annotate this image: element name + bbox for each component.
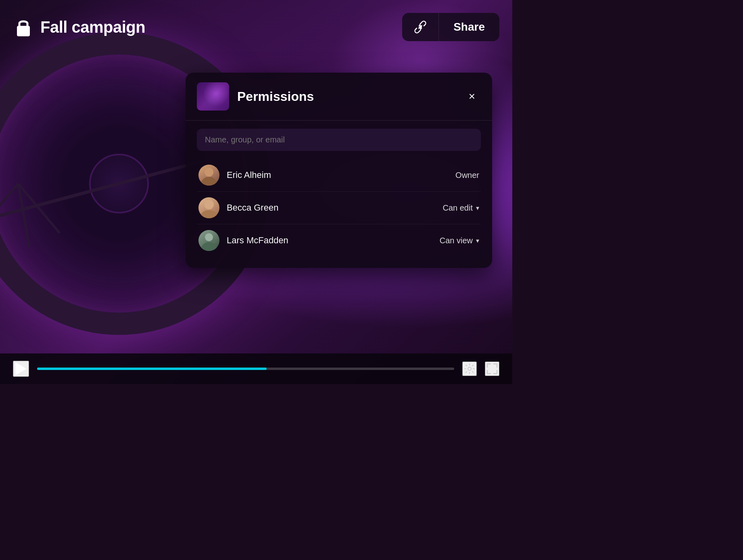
user-name-eric: Eric Alheim [227,170,455,180]
chevron-down-icon: ▾ [476,237,479,244]
title-section: Fall campaign [13,17,145,38]
lock-icon [13,17,34,38]
user-role-becca-dropdown[interactable]: Can edit ▾ [443,203,480,213]
permissions-dialog: Permissions × Eric Alheim Owner Becca Gr… [186,73,492,268]
user-role-lars-dropdown[interactable]: Can view ▾ [440,236,479,245]
fullscreen-button[interactable] [485,361,499,376]
svg-rect-0 [17,26,30,36]
dialog-title: Permissions [237,89,455,104]
spoke-2 [0,183,19,234]
share-button[interactable]: Share [439,13,499,41]
table-row: Eric Alheim Owner [197,159,481,192]
avatar-lars [198,230,219,251]
svg-point-2 [468,367,471,370]
search-input-wrapper[interactable] [197,129,481,151]
avatar-eric [198,165,219,186]
progress-bar[interactable] [37,368,454,370]
user-name-lars: Lars McFadden [227,235,440,246]
spoke-1 [17,183,31,247]
dialog-header: Permissions × [186,73,492,121]
settings-button[interactable] [462,361,477,376]
link-button[interactable] [402,13,439,41]
player-bar [0,353,512,384]
progress-fill [37,368,267,370]
table-row: Becca Green Can edit ▾ [197,192,481,224]
play-button[interactable] [13,361,29,377]
dialog-body: Eric Alheim Owner Becca Green Can edit ▾… [186,121,492,268]
dialog-thumbnail [197,82,229,111]
chevron-down-icon: ▾ [476,204,479,212]
user-role-eric: Owner [455,171,479,180]
top-bar: Fall campaign Share [13,13,499,41]
close-button[interactable]: × [463,88,481,105]
user-name-becca: Becca Green [227,203,443,213]
table-row: Lars McFadden Can view ▾ [197,224,481,257]
page-title: Fall campaign [40,18,145,36]
spoke-3 [17,183,61,234]
avatar-becca [198,197,219,218]
user-list: Eric Alheim Owner Becca Green Can edit ▾… [197,159,481,257]
top-actions: Share [402,13,499,41]
svg-marker-1 [15,362,27,375]
player-icons [462,361,499,376]
search-input[interactable] [205,135,473,144]
